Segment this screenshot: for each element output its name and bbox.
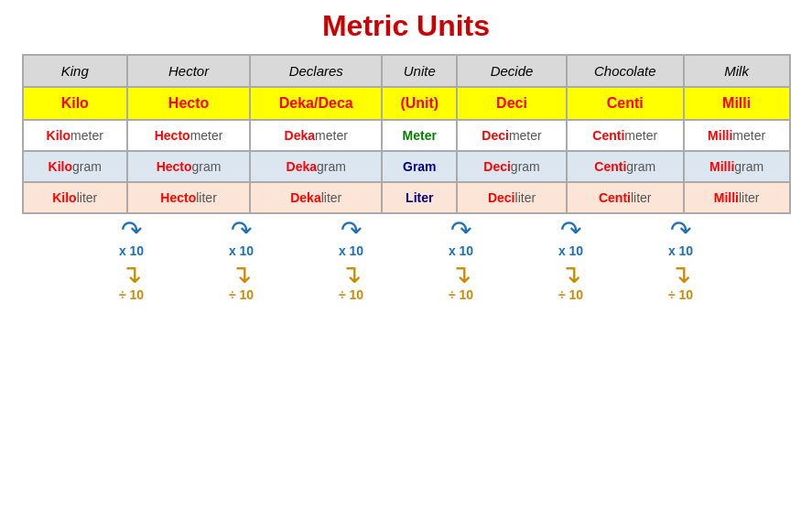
up-arrow-5: ↷ bbox=[560, 218, 581, 243]
div10-label-2: ÷ 10 bbox=[229, 287, 254, 302]
prefix-centi: Centi bbox=[567, 87, 684, 120]
arrow-1: ↷ x 10 ↴ ÷ 10 bbox=[86, 218, 178, 302]
centiliter: Centiliter bbox=[567, 182, 684, 213]
prefix-milli: Milli bbox=[684, 87, 790, 120]
down-arrow-3: ↴ bbox=[341, 262, 362, 287]
header-declares: Declares bbox=[250, 55, 382, 87]
arrow-4: ↷ x 10 ↴ ÷ 10 bbox=[416, 218, 507, 302]
div10-label-5: ÷ 10 bbox=[558, 287, 583, 302]
header-milk: Milk bbox=[684, 55, 790, 87]
down-arrow-5: ↴ bbox=[560, 262, 581, 287]
header-king: King bbox=[23, 55, 127, 87]
header-row: King Hector Declares Unite Decide Chocol… bbox=[23, 55, 790, 87]
deciliter: Deciliter bbox=[457, 182, 566, 213]
x10-label-3: x 10 bbox=[339, 243, 363, 258]
up-arrow-1: ↷ bbox=[121, 218, 142, 243]
down-arrow-6: ↴ bbox=[670, 262, 691, 287]
up-arrow-6: ↷ bbox=[670, 218, 691, 243]
arrow-5: ↷ x 10 ↴ ÷ 10 bbox=[525, 218, 617, 302]
liter: Liter bbox=[382, 182, 457, 213]
prefix-unit: (Unit) bbox=[382, 87, 457, 120]
down-arrow-1: ↴ bbox=[121, 262, 142, 287]
header-unite: Unite bbox=[382, 55, 457, 87]
prefix-deci: Deci bbox=[457, 87, 566, 120]
kiloliter: Kiloliter bbox=[23, 182, 127, 213]
meter-row: Kilometer Hectometer Dekameter Meter Dec… bbox=[23, 120, 790, 151]
arrow-6: ↷ x 10 ↴ ÷ 10 bbox=[635, 218, 727, 302]
up-arrow-2: ↷ bbox=[231, 218, 252, 243]
prefix-kilo: Kilo bbox=[23, 87, 127, 120]
kilogram: Kilogram bbox=[23, 151, 127, 182]
header-decide: Decide bbox=[457, 55, 566, 87]
liter-row: Kiloliter Hectoliter Dekaliter Liter Dec… bbox=[23, 182, 790, 213]
up-arrow-4: ↷ bbox=[450, 218, 471, 243]
meter: Meter bbox=[382, 120, 457, 151]
x10-label-5: x 10 bbox=[558, 243, 583, 258]
prefix-row: Kilo Hecto Deka/Deca (Unit) Deci Centi M… bbox=[23, 87, 790, 120]
down-arrow-4: ↴ bbox=[450, 262, 471, 287]
milligram: Milligram bbox=[684, 151, 790, 182]
x10-label-4: x 10 bbox=[449, 243, 473, 258]
arrow-3: ↷ x 10 ↴ ÷ 10 bbox=[306, 218, 397, 302]
dekameter: Dekameter bbox=[250, 120, 382, 151]
metric-table: King Hector Declares Unite Decide Chocol… bbox=[22, 54, 791, 214]
gram: Gram bbox=[382, 151, 457, 182]
x10-label-1: x 10 bbox=[119, 243, 144, 258]
decigram: Decigram bbox=[457, 151, 566, 182]
div10-label-6: ÷ 10 bbox=[668, 287, 693, 302]
hectoliter: Hectoliter bbox=[127, 182, 250, 213]
dekaliter: Dekaliter bbox=[250, 182, 382, 213]
x10-label-2: x 10 bbox=[229, 243, 254, 258]
dekagram: Dekagram bbox=[250, 151, 382, 182]
header-hector: Hector bbox=[127, 55, 250, 87]
down-arrow-2: ↴ bbox=[231, 262, 252, 287]
x10-label-6: x 10 bbox=[668, 243, 693, 258]
gram-row: Kilogram Hectogram Dekagram Gram Decigra… bbox=[23, 151, 790, 182]
hectogram: Hectogram bbox=[127, 151, 250, 182]
hectometer: Hectometer bbox=[127, 120, 250, 151]
centigram: Centigram bbox=[567, 151, 684, 182]
millimeter: Millimeter bbox=[684, 120, 790, 151]
arrows-section: ↷ x 10 ↴ ÷ 10 ↷ x 10 ↴ ÷ 10 ↷ x 10 ↴ ÷ 1… bbox=[22, 218, 791, 302]
prefix-deka: Deka/Deca bbox=[250, 87, 382, 120]
div10-label-1: ÷ 10 bbox=[119, 287, 144, 302]
div10-label-3: ÷ 10 bbox=[339, 287, 363, 302]
prefix-hecto: Hecto bbox=[127, 87, 250, 120]
header-chocolate: Chocolate bbox=[567, 55, 684, 87]
div10-label-4: ÷ 10 bbox=[449, 287, 473, 302]
decimeter: Decimeter bbox=[457, 120, 566, 151]
up-arrow-3: ↷ bbox=[341, 218, 362, 243]
centimeter: Centimeter bbox=[567, 120, 684, 151]
arrow-2: ↷ x 10 ↴ ÷ 10 bbox=[196, 218, 287, 302]
kilometer: Kilometer bbox=[23, 120, 127, 151]
page-title: Metric Units bbox=[322, 9, 490, 43]
milliliter: Milliliter bbox=[684, 182, 790, 213]
